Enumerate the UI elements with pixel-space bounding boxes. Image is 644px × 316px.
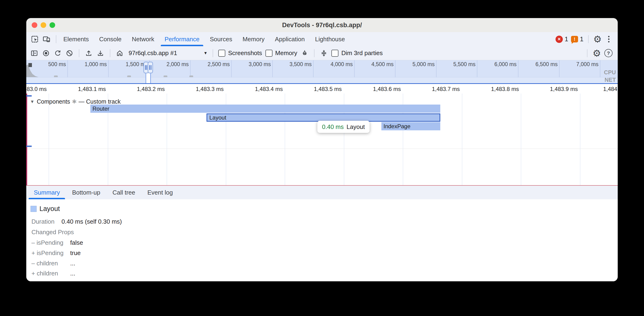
ruler-tick: 1,483.2 ms	[137, 86, 165, 92]
device-toolbar-icon[interactable]	[42, 35, 51, 43]
flame-chart[interactable]: ▼ Components ⚛ — Custom track Router Lay…	[26, 93, 618, 185]
dim-3rd-parties-checkbox-group[interactable]: Dim 3rd parties	[332, 49, 382, 57]
devtools-tabbar: Elements Console Network Performance Sou…	[26, 32, 618, 46]
summary-duration-row: Duration 0.40 ms (self 0.30 ms)	[32, 218, 54, 225]
dim-3rd-parties-checkbox[interactable]	[332, 50, 338, 57]
performance-toolbar: 97r6ql.csb.app #1 ▼ Screenshots Memory	[26, 46, 618, 60]
screenshots-label: Screenshots	[228, 49, 262, 57]
tab-performance[interactable]: Performance	[159, 32, 205, 46]
panel-tabs: Elements Console Network Performance Sou…	[58, 32, 350, 46]
overview-tick: 5,000 ms	[412, 61, 435, 67]
error-count: 1	[565, 36, 568, 43]
error-counter[interactable]: × 1	[556, 36, 568, 43]
tab-application[interactable]: Application	[270, 32, 310, 46]
divider	[314, 49, 314, 57]
network-overview-lane	[26, 77, 618, 83]
timeline-overview[interactable]: 500 ms 1,000 ms 1,500 ms 2,000 ms 2,500 …	[26, 60, 618, 83]
overview-tick: 4,500 ms	[371, 61, 394, 67]
load-profile-icon[interactable]	[84, 49, 93, 57]
summary-changed-props-row: Changed Props	[32, 229, 74, 236]
tabbar-left-icons	[26, 35, 58, 43]
memory-checkbox-group[interactable]: Memory	[266, 49, 297, 57]
divider	[110, 49, 110, 57]
track-header-label: Components ⚛ — Custom track	[37, 98, 121, 105]
divider	[213, 49, 213, 57]
record-icon[interactable]	[42, 49, 50, 57]
divider	[56, 35, 56, 43]
screenshots-checkbox[interactable]	[218, 50, 225, 57]
overview-tick: 3,500 ms	[290, 61, 312, 67]
tab-elements[interactable]: Elements	[58, 32, 94, 46]
settings-gear-icon[interactable]: ⚙	[593, 35, 602, 43]
warning-counter[interactable]: ! 1	[571, 36, 584, 43]
inspect-element-icon[interactable]	[30, 35, 39, 43]
warning-icon: !	[571, 36, 578, 42]
summary-title: Layout	[40, 205, 60, 213]
toggle-sidebar-icon[interactable]	[30, 49, 38, 57]
clear-recording-icon[interactable]	[65, 49, 74, 57]
help-icon[interactable]: ?	[604, 49, 612, 57]
summary-prop-row: + children ...	[32, 270, 58, 277]
summary-panel: Layout Duration 0.40 ms (self 0.30 ms) C…	[26, 199, 618, 281]
tooltip-label: Layout	[347, 123, 365, 131]
overview-tick: 2,000 ms	[166, 61, 189, 67]
compress-timeline-icon[interactable]	[320, 49, 328, 57]
overview-tick: 3,000 ms	[248, 61, 271, 67]
flame-bar-layout[interactable]: Layout	[206, 113, 440, 122]
chevron-down-icon: ▼	[30, 99, 34, 104]
summary-prop-row: + isPending true	[32, 249, 64, 257]
selection-edge-marker	[26, 93, 27, 185]
scroll-indicator	[26, 146, 32, 147]
flame-tooltip: 0.40 ms Layout	[317, 121, 370, 133]
tab-sources[interactable]: Sources	[205, 32, 237, 46]
tab-network[interactable]: Network	[127, 32, 159, 46]
tab-lighthouse[interactable]: Lighthouse	[310, 32, 350, 46]
gridline	[462, 93, 462, 185]
overview-tick: 4,000 ms	[330, 61, 353, 67]
timeline-ruler[interactable]: 1,483.0 ms 1,483.1 ms 1,483.2 ms 1,483.3…	[26, 83, 618, 93]
divider	[588, 35, 588, 43]
collect-garbage-icon[interactable]	[300, 49, 309, 57]
ruler-tick: 1,483.5 ms	[314, 86, 342, 92]
divider	[587, 49, 588, 57]
gridline	[48, 93, 49, 185]
history-select[interactable]: 97r6ql.csb.app #1 ▼	[128, 49, 208, 57]
flame-bar-router[interactable]: Router	[90, 105, 440, 113]
overview-tick: 2,500 ms	[208, 61, 230, 67]
overview-tick: 6,000 ms	[494, 61, 516, 67]
ruler-tick: 1,484	[603, 86, 617, 92]
divider	[79, 49, 79, 57]
flame-bar-indexpage[interactable]: IndexPage	[382, 122, 440, 130]
tab-memory[interactable]: Memory	[237, 32, 270, 46]
tab-console[interactable]: Console	[94, 32, 126, 46]
gridline	[580, 93, 580, 185]
tab-bottom-up[interactable]: Bottom-up	[66, 186, 106, 199]
ruler-tick: 1,483.0 ms	[26, 86, 47, 92]
tab-summary[interactable]: Summary	[28, 186, 66, 199]
memory-label: Memory	[275, 49, 297, 57]
ruler-tick: 1,483.7 ms	[432, 86, 460, 92]
error-icon: ×	[556, 36, 563, 43]
ruler-tick: 1,483.4 ms	[255, 86, 283, 92]
net-lane-label: NET	[604, 77, 616, 83]
save-profile-icon[interactable]	[96, 49, 105, 57]
tabbar-right-cluster: × 1 ! 1 ⚙	[556, 35, 618, 43]
live-metrics-home-icon[interactable]	[116, 49, 124, 57]
reload-and-record-icon[interactable]	[54, 49, 62, 57]
cpu-lane-label: CPU	[604, 69, 616, 76]
summary-title-row: Layout	[30, 205, 60, 213]
track-header-components[interactable]: ▼ Components ⚛ — Custom track	[30, 98, 121, 105]
overview-tick: 1,000 ms	[84, 61, 107, 67]
screenshots-checkbox-group[interactable]: Screenshots	[218, 49, 262, 57]
capture-settings-gear-icon[interactable]: ⚙	[592, 49, 601, 57]
cpu-activity-peak	[28, 63, 32, 67]
memory-checkbox[interactable]	[266, 50, 272, 57]
drawer-tabbar: Summary Bottom-up Call tree Event log	[26, 185, 618, 199]
tab-event-log[interactable]: Event log	[141, 186, 179, 199]
ruler-tick: 1,483.1 ms	[78, 86, 106, 92]
ruler-tick: 1,483.9 ms	[550, 86, 578, 92]
selection-handle-right[interactable]	[148, 62, 153, 73]
tab-call-tree[interactable]: Call tree	[106, 186, 141, 199]
scroll-indicator	[26, 95, 32, 97]
more-options-icon[interactable]	[604, 35, 613, 43]
